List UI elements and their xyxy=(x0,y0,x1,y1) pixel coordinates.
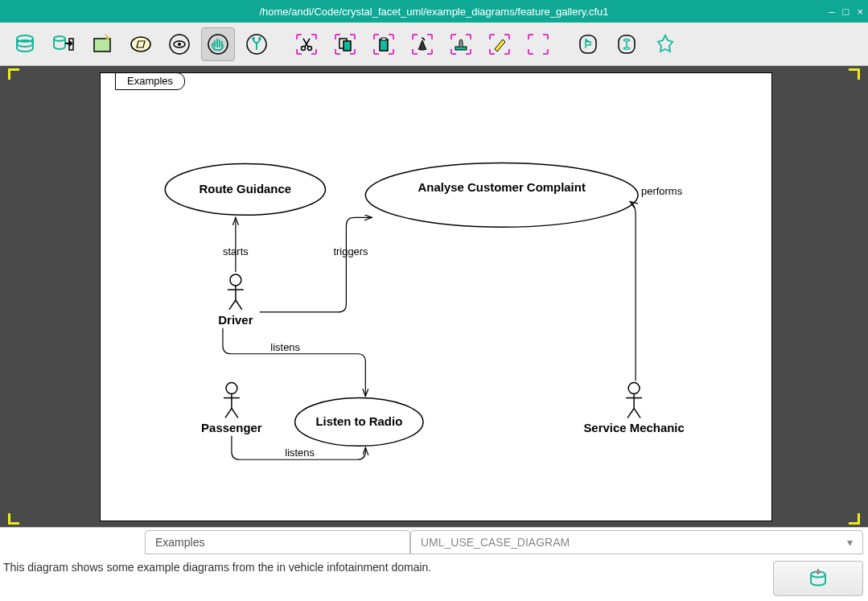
selection-corner xyxy=(849,68,860,80)
diagram-tab-label: Examples xyxy=(127,75,173,87)
selection-corner xyxy=(8,68,19,80)
actor-service-mechanic[interactable] xyxy=(626,383,642,418)
redo-icon[interactable] xyxy=(610,27,644,61)
use-case-analyse-complaint[interactable] xyxy=(365,163,638,228)
export-icon[interactable] xyxy=(47,27,80,61)
diagram-tab[interactable]: Examples xyxy=(115,72,185,90)
relation-label: triggers xyxy=(333,245,368,257)
new-window-icon[interactable] xyxy=(85,27,119,61)
window-controls: – □ × xyxy=(829,6,863,17)
view-icon[interactable] xyxy=(162,27,196,61)
svg-line-36 xyxy=(627,409,634,418)
use-case-label: Listen to Radio xyxy=(315,414,402,428)
canvas-area: Examples Route Guidance Analyse Customer… xyxy=(0,66,868,527)
svg-point-23 xyxy=(230,274,241,286)
diagram-svg: Route Guidance Analyse Customer Complain… xyxy=(101,73,771,521)
svg-line-32 xyxy=(232,409,238,418)
window-title: /home/andi/Code/crystal_facet_uml/exampl… xyxy=(259,6,608,18)
close-button[interactable]: × xyxy=(857,6,863,17)
relation-listens-driver[interactable] xyxy=(223,328,365,397)
svg-rect-17 xyxy=(380,39,388,51)
stamp-icon[interactable] xyxy=(444,27,478,61)
relation-triggers[interactable] xyxy=(260,217,372,312)
type-select[interactable]: UML_USE_CASE_DIAGRAM ▾ xyxy=(410,530,863,554)
svg-point-33 xyxy=(628,383,640,394)
actor-label: Service Mechanic xyxy=(583,421,684,434)
resize-icon[interactable] xyxy=(521,27,555,61)
use-case-label: Route Guidance xyxy=(200,182,292,196)
svg-line-27 xyxy=(236,300,242,310)
svg-point-2 xyxy=(54,36,65,41)
plant-icon[interactable] xyxy=(240,27,274,61)
paste-icon[interactable] xyxy=(367,27,401,61)
svg-rect-16 xyxy=(343,41,351,51)
actor-label: Driver xyxy=(218,313,253,327)
svg-rect-19 xyxy=(455,47,467,50)
name-field[interactable]: Examples xyxy=(145,530,410,554)
relation-label: listens xyxy=(270,341,300,353)
maximize-button[interactable]: □ xyxy=(843,6,849,17)
hand-icon[interactable] xyxy=(201,27,235,61)
actor-label: Passenger xyxy=(201,421,262,434)
relation-label: starts xyxy=(223,245,249,257)
svg-point-11 xyxy=(252,37,255,40)
bottom-bar: Examples UML_USE_CASE_DIAGRAM ▾ xyxy=(0,527,868,556)
cut-icon[interactable] xyxy=(290,27,323,61)
minimize-button[interactable]: – xyxy=(829,6,834,17)
svg-point-8 xyxy=(178,43,181,46)
svg-line-31 xyxy=(225,409,232,418)
svg-point-12 xyxy=(258,37,261,40)
description-text[interactable]: This diagram shows some example diagrams… xyxy=(3,561,773,574)
svg-point-28 xyxy=(226,383,237,394)
undo-icon[interactable] xyxy=(571,27,605,61)
svg-point-13 xyxy=(302,46,306,50)
svg-rect-4 xyxy=(94,39,110,51)
name-field-value: Examples xyxy=(155,536,204,549)
save-button[interactable] xyxy=(773,561,863,596)
about-icon[interactable] xyxy=(648,27,682,61)
database-icon[interactable] xyxy=(8,27,42,61)
titlebar: /home/andi/Code/crystal_facet_uml/exampl… xyxy=(0,0,868,23)
selection-corner xyxy=(849,513,860,525)
svg-line-37 xyxy=(634,409,640,418)
svg-point-14 xyxy=(308,46,312,50)
svg-point-5 xyxy=(131,37,150,51)
chevron-down-icon: ▾ xyxy=(847,536,853,549)
relation-performs[interactable] xyxy=(630,201,636,381)
actor-passenger[interactable] xyxy=(224,383,240,418)
description-row: This diagram shows some example diagrams… xyxy=(0,556,868,601)
relation-label: performs xyxy=(641,185,682,197)
diagram-panel[interactable]: Examples Route Guidance Analyse Customer… xyxy=(100,72,772,521)
type-select-value: UML_USE_CASE_DIAGRAM xyxy=(421,536,570,549)
svg-rect-18 xyxy=(381,38,386,40)
actor-driver[interactable] xyxy=(228,274,244,310)
toolbar xyxy=(0,23,868,66)
use-case-label: Analyse Customer Complaint xyxy=(418,180,586,194)
svg-line-26 xyxy=(229,300,236,310)
selection-corner xyxy=(8,513,19,525)
copy-icon[interactable] xyxy=(328,27,362,61)
folder-icon[interactable] xyxy=(124,27,158,61)
svg-rect-20 xyxy=(580,35,596,53)
highlight-icon[interactable] xyxy=(483,27,516,61)
relation-label: listens xyxy=(285,447,315,459)
database-save-icon xyxy=(806,566,830,591)
delete-icon[interactable] xyxy=(405,27,439,61)
